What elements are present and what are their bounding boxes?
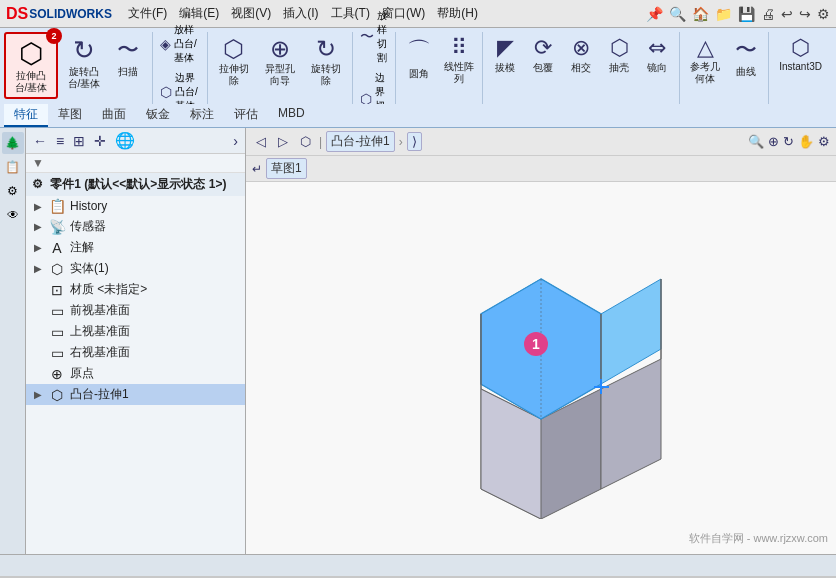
instant3d-button[interactable]: ⬡ Instant3D <box>773 32 828 75</box>
loft-boss-button[interactable]: ◈ 放样凸台/基体 <box>157 21 203 67</box>
curves-button[interactable]: 〜 曲线 <box>728 32 764 82</box>
loft-boss-icon: ◈ <box>160 36 171 52</box>
vp-search-icon[interactable]: 🔍 <box>748 134 764 149</box>
tab-sheet-metal[interactable]: 钣金 <box>136 104 180 127</box>
menu-insert[interactable]: 插入(I) <box>277 3 324 24</box>
ref-geometry-button[interactable]: △ 参考几何体 <box>684 32 726 88</box>
properties-icon: 📋 <box>5 160 20 174</box>
vp-zoom-icon[interactable]: ⊕ <box>768 134 779 149</box>
print-icon[interactable]: 🖨 <box>761 6 775 22</box>
wrap-button[interactable]: ⟳ 包覆 <box>525 32 561 78</box>
linear-pattern-button[interactable]: ⠿ 线性阵列 <box>440 32 478 88</box>
tree-item-right-plane[interactable]: ▭ 右视基准面 <box>26 342 245 363</box>
front-plane-label: 前视基准面 <box>70 302 130 319</box>
menu-help[interactable]: 帮助(H) <box>431 3 484 24</box>
undo-icon[interactable]: ↩ <box>781 6 793 22</box>
intersect-button[interactable]: ⊗ 相交 <box>563 32 599 78</box>
folder-icon[interactable]: 📁 <box>715 6 732 22</box>
boundary-boss-icon: ⬡ <box>160 84 172 100</box>
tree-toolbar-globe-icon[interactable]: 🌐 <box>112 130 138 151</box>
vp-pan-icon[interactable]: ✋ <box>798 134 814 149</box>
ribbon-group-shell: ◤ 拔模 ⟳ 包覆 ⊗ 相交 ⬡ 抽壳 ⇔ 镜向 <box>483 32 680 104</box>
boss-extrude-icon: ⬡ <box>19 37 43 70</box>
tree-item-front-plane[interactable]: ▭ 前视基准面 <box>26 300 245 321</box>
tab-markup[interactable]: 标注 <box>180 104 224 127</box>
sensors-label: 传感器 <box>70 218 106 235</box>
tree-toolbar-chevron-icon[interactable]: › <box>230 132 241 150</box>
redo-icon[interactable]: ↪ <box>799 6 811 22</box>
vp-sec-back-icon[interactable]: ↵ <box>252 162 262 176</box>
tree-item-boss-extrude1[interactable]: ▶ ⬡ 凸台-拉伸1 <box>26 384 245 405</box>
sweep-boss-button[interactable]: 〜 扫描 <box>110 32 146 82</box>
vp-settings-icon[interactable]: ⚙ <box>818 134 830 149</box>
app-logo: DS SOLIDWORKS <box>6 5 112 23</box>
sweep-cut-button[interactable]: 〜 放样切割 <box>357 7 391 67</box>
tab-evaluate[interactable]: 评估 <box>224 104 268 127</box>
pin-icon[interactable]: 📌 <box>646 6 663 22</box>
config-icon: ⚙ <box>7 184 18 198</box>
tree-toolbar-arrow-icon[interactable]: ← <box>30 132 50 150</box>
tree-toolbar-plus-icon[interactable]: ✛ <box>91 132 109 150</box>
ref-geometry-icon: △ <box>697 35 714 61</box>
vp-forward-icon[interactable]: ▷ <box>274 133 292 150</box>
tree-item-annotations[interactable]: ▶ A 注解 <box>26 237 245 258</box>
sidebar-tab-properties[interactable]: 📋 <box>2 156 24 178</box>
sidebar-tab-display[interactable]: 👁 <box>2 204 24 226</box>
cut-extrude-button[interactable]: ⬡ 拉伸切除 <box>212 32 256 90</box>
sidebar-tab-feature-tree[interactable]: 🌲 <box>2 132 24 154</box>
solid-bodies-icon: ⬡ <box>48 261 66 277</box>
tree-toolbar-grid-icon[interactable]: ⊞ <box>70 132 88 150</box>
wrap-label: 包覆 <box>533 61 553 75</box>
home-icon[interactable]: 🏠 <box>692 6 709 22</box>
vp-3d-icon[interactable]: ⬡ <box>296 133 315 150</box>
viewport-toolbar: ◁ ▷ ⬡ | 凸台-拉伸1 › ⟩ 🔍 ⊕ ↻ ✋ ⚙ <box>246 128 836 156</box>
tree-item-solid-bodies[interactable]: ▶ ⬡ 实体(1) <box>26 258 245 279</box>
menu-view[interactable]: 视图(V) <box>225 3 277 24</box>
tree-toolbar-list-icon[interactable]: ≡ <box>53 132 67 150</box>
tab-mbd[interactable]: MBD <box>268 104 315 127</box>
hole-wizard-label: 异型孔向导 <box>265 63 295 87</box>
mirror-button[interactable]: ⇔ 镜向 <box>639 32 675 78</box>
tab-features[interactable]: 特征 <box>4 104 48 127</box>
vp-back-icon[interactable]: ◁ <box>252 133 270 150</box>
ref-geometry-label: 参考几何体 <box>690 61 720 85</box>
tree-root-item[interactable]: ⚙ 零件1 (默认<<默认>显示状态 1>) <box>26 173 245 196</box>
logo-ds: DS <box>6 5 28 23</box>
expand-icon: ▶ <box>34 221 44 232</box>
vp-sec-sketch-label[interactable]: 草图1 <box>266 158 307 179</box>
hole-wizard-button[interactable]: ⊕ 异型孔向导 <box>258 32 302 90</box>
breadcrumb-boss-extrude[interactable]: 凸台-拉伸1 <box>326 131 395 152</box>
vp-toolbar-btn-more[interactable]: ⟩ <box>407 132 422 151</box>
cut-extrude-label: 拉伸切除 <box>219 63 249 87</box>
tree-item-history[interactable]: ▶ 📋 History <box>26 196 245 216</box>
history-icon: 📋 <box>48 198 66 214</box>
search-icon[interactable]: 🔍 <box>669 6 686 22</box>
draft-button[interactable]: ◤ 拔模 <box>487 32 523 78</box>
vp-rotate-icon[interactable]: ↻ <box>783 134 794 149</box>
ribbon-group-features: ⌒ 圆角 ⠿ 线性阵列 <box>396 32 483 104</box>
fillet-button[interactable]: ⌒ 圆角 <box>400 32 438 84</box>
viewport-secondary-toolbar: ↵ 草图1 <box>246 156 836 182</box>
tree-item-sensors[interactable]: ▶ 📡 传感器 <box>26 216 245 237</box>
revolve-boss-button[interactable]: ↻ 旋转凸台/基体 <box>60 32 108 93</box>
boss-extrude-button[interactable]: 2 ⬡ 拉伸凸台/基体 <box>4 32 58 99</box>
tree-item-top-plane[interactable]: ▭ 上视基准面 <box>26 321 245 342</box>
tab-surface[interactable]: 曲面 <box>92 104 136 127</box>
options-icon[interactable]: ⚙ <box>817 6 830 22</box>
expand-icon: ▶ <box>34 263 44 274</box>
viewport: ◁ ▷ ⬡ | 凸台-拉伸1 › ⟩ 🔍 ⊕ ↻ ✋ ⚙ ↵ 草图1 <box>246 128 836 554</box>
viewport-canvas[interactable]: 1 <box>246 184 836 554</box>
tab-sketch[interactable]: 草图 <box>48 104 92 127</box>
tree-item-origin[interactable]: ⊕ 原点 <box>26 363 245 384</box>
cut-revolve-button[interactable]: ↻ 旋转切除 <box>304 32 348 90</box>
sidebar-tab-config[interactable]: ⚙ <box>2 180 24 202</box>
save-icon[interactable]: 💾 <box>738 6 755 22</box>
shell-button[interactable]: ⬡ 抽壳 <box>601 32 637 78</box>
part-icon: ⚙ <box>32 177 43 191</box>
feature-tree-panel: ← ≡ ⊞ ✛ 🌐 › ▼ ⚙ 零件1 (默认<<默认>显示状态 1>) ▶ 📋… <box>26 128 246 554</box>
tree-items: ▶ 📋 History ▶ 📡 传感器 ▶ A 注解 ▶ ⬡ 实体(1) <box>26 196 245 554</box>
boss-extrude1-label: 凸台-拉伸1 <box>70 386 129 403</box>
expand-icon: ▶ <box>34 201 44 212</box>
tree-item-material[interactable]: ⊡ 材质 <未指定> <box>26 279 245 300</box>
cut-revolve-label: 旋转切除 <box>311 63 341 87</box>
